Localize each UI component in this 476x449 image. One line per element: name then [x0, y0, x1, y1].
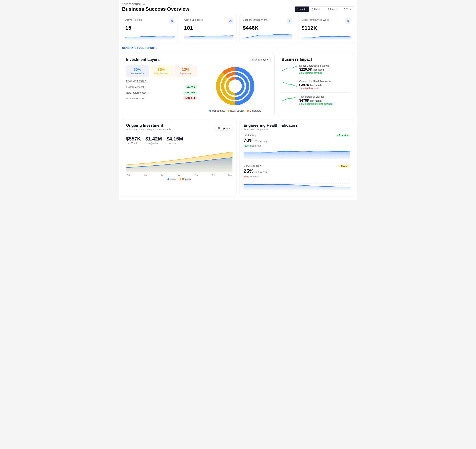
unplanned-cost-icon: $ [345, 18, 351, 24]
stat-card-active-engineers: Active Engineers 101 [181, 15, 237, 43]
svg-rect-2 [171, 22, 172, 22]
impact-item-potential: Total Potential Savings $478K last month… [282, 93, 350, 108]
maintenance-box: 50% Maintenence [126, 65, 149, 77]
exploratory-box: 12% Exploratory [174, 65, 197, 77]
period-selector[interactable]: Last 30 days ▾ [250, 57, 271, 62]
stat-card-active-projects: Active Projects 15 [122, 15, 178, 43]
svg-rect-0 [171, 20, 172, 21]
time-filter-group: 1 Month 3 Months 6 Months 1 Year [295, 6, 354, 12]
productivity-chart [244, 148, 350, 159]
ongoing-title: Ongoing Investment [126, 123, 171, 128]
ongoing-subtitle: Actual spend on coding vs. total capacit… [126, 128, 171, 131]
generate-report-link[interactable]: GENERATE FULL REPORT › [122, 46, 354, 49]
stat-mini-year: $4.15M This Year [166, 136, 183, 144]
time-filter-1year[interactable]: 1 Year [341, 6, 354, 12]
planned-cost-icon: $ [287, 18, 292, 24]
svg-point-5 [231, 20, 232, 21]
impact-item-unutilized: Cost of Unutilized Resources $397K last … [282, 77, 350, 93]
new-features-box: 38% New Features [150, 65, 173, 77]
stat-card-planned-cost: Cost of Planned Work $ $446K [239, 15, 295, 43]
app-name: CODETOGETHER HQ [122, 3, 354, 5]
exploratory-cost-row: Exploratory cost: $67,461 [126, 85, 197, 89]
stat-value-projects: 15 [125, 25, 175, 31]
stat-value-unplanned: $112K [301, 25, 351, 31]
engineering-title: Engineering Health Indicators [244, 123, 350, 128]
stat-card-unplanned-cost: Cost of Unplanned Work $ $112K [298, 15, 354, 43]
business-impact-title: Business Impact [282, 57, 350, 62]
expected-badge: ● Expected [336, 134, 350, 137]
sparkline-potential [282, 95, 297, 104]
sparkline-unplanned [301, 33, 351, 40]
cost-rows: Exploratory cost: $67,461 New features c… [126, 85, 197, 100]
stat-mini-month: $557K This Month [126, 136, 141, 144]
donut-legend: Maintenance New Features Exploratory [209, 109, 261, 112]
chart-legend: Actual Capacity [126, 178, 232, 181]
sparkline-operational [282, 64, 297, 73]
engineers-icon [228, 18, 233, 24]
investment-layers-title: Investment Layers [126, 57, 160, 62]
maintenance-cost-row: Maintenance cost: $278,234 [126, 97, 197, 100]
x-axis-labels: Feb Mar Apr May Jun Jul Aug [126, 174, 232, 176]
engineering-subtitle: Key engineering metrics [244, 128, 350, 131]
stat-label-engineers: Active Engineers [184, 18, 203, 21]
sparkline-planned [243, 33, 292, 40]
svg-point-4 [230, 20, 231, 21]
ongoing-stats-row: $557K This Month $1.42M This Quarter $4.… [126, 136, 232, 144]
svg-rect-1 [172, 20, 173, 21]
ongoing-area-chart [126, 148, 232, 172]
sparkline-projects [125, 33, 175, 40]
engineering-health-card: Engineering Health Indicators Key engine… [239, 119, 354, 197]
time-filter-1month[interactable]: 1 Month [295, 6, 309, 12]
stat-mini-quarter: $1.42M This Quarter [145, 136, 162, 144]
stat-label-projects: Active Projects [125, 18, 142, 21]
stat-label-unplanned: Cost of Unplanned Work [301, 18, 329, 21]
impact-item-operational: Direct Operational Savings $220.5K last … [282, 62, 350, 77]
time-filter-6months[interactable]: 6 Months [325, 6, 341, 12]
ongoing-investment-card: Ongoing Investment Actual spend on codin… [122, 119, 237, 197]
sparkline-engineers [184, 33, 233, 40]
projects-icon [169, 18, 175, 24]
donut-chart-container: Maintenance New Features Exploratory [200, 65, 271, 112]
time-filter-3months[interactable]: 3 Months [309, 6, 325, 12]
stat-cards-row: Active Projects 15 Active Engineers [122, 15, 354, 43]
show-less-details-btn[interactable]: Show less details ^ [126, 80, 146, 83]
investment-layers-card: Investment Layers Last 30 days ▾ 50% Mai… [122, 53, 275, 116]
sparkline-unutilized [282, 80, 297, 88]
page-title: Business Success Overview [122, 6, 189, 12]
business-impact-card: Business Impact Direct Operational Savin… [278, 53, 354, 116]
stat-label-planned: Cost of Planned Work [243, 18, 267, 21]
health-item-genai: GenAI Adoption ● Review 25% 30 day avg -… [244, 165, 350, 190]
stat-value-engineers: 101 [184, 25, 233, 31]
this-year-btn[interactable]: This year ▾ [215, 125, 232, 131]
new-features-cost-row: New features cost $211,305 [126, 91, 197, 95]
genai-chart [244, 179, 350, 190]
svg-rect-3 [172, 22, 173, 22]
review-badge: ● Review [338, 165, 350, 167]
health-item-productivity: Productivity ● Expected 70% 30 day avg +… [244, 134, 350, 159]
stat-value-planned: $446K [243, 25, 292, 31]
